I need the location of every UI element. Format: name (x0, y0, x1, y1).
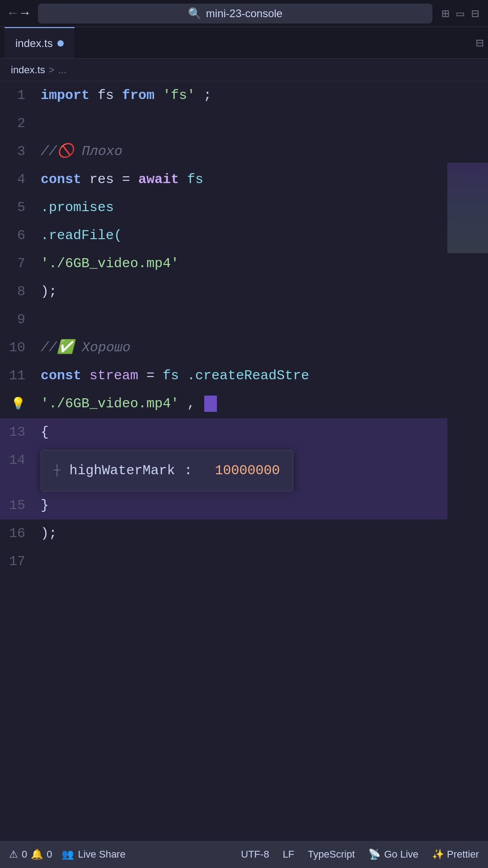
bulb-icon[interactable]: 💡 (11, 397, 25, 411)
go-live-icon: 📡 (368, 849, 380, 860)
line-content-13: { (36, 418, 447, 446)
line-content-5: .promises (36, 193, 447, 222)
status-right: UTF-8 LF TypeScript 📡 Go Live ✨ Prettier (241, 849, 479, 860)
language-item[interactable]: TypeScript (308, 849, 355, 860)
line-num-2: 2 (0, 109, 36, 137)
line-content-6: .readFile( (36, 222, 447, 250)
search-text: mini-23-console (206, 7, 282, 20)
layout-icon-2[interactable]: ▭ (456, 6, 464, 21)
code-line-6: 6 .readFile( (0, 222, 447, 250)
token: = (122, 172, 138, 187)
code-line-4: 4 const res = await fs (0, 165, 447, 193)
line-content-8: ); (36, 278, 447, 306)
layout-icon-1[interactable]: ⊞ (441, 6, 449, 21)
breadcrumb-ellipsis: ... (58, 64, 66, 76)
minimap-content (447, 163, 488, 253)
code-line-15: 15 } (0, 491, 447, 519)
editor-tab[interactable]: index.ts (5, 27, 75, 58)
code-line-17: 17 (0, 547, 447, 576)
code-line-10: 10 //✅ Хорошо (0, 334, 447, 362)
token: const (41, 368, 81, 383)
token: ); (41, 526, 57, 541)
token: { (41, 425, 49, 440)
tab-dirty-indicator (57, 40, 64, 47)
autocomplete-colon: : (184, 457, 192, 485)
tab-filename: index.ts (15, 37, 53, 50)
line-num-11: 11 (0, 362, 36, 390)
line-content-16: ); (36, 519, 447, 547)
token: fs (98, 88, 122, 103)
editor[interactable]: 1 import fs from 'fs' ; 2 3 //🚫 Плохо 4 (0, 81, 488, 841)
token: from (122, 88, 155, 103)
minimap (447, 163, 488, 253)
status-left: ⚠ 0 🔔 0 👥 Live Share (9, 849, 126, 860)
line-ending-item[interactable]: LF (283, 849, 295, 860)
go-live-button[interactable]: 📡 Go Live (368, 849, 418, 860)
autocomplete-key: highWaterMark (69, 457, 175, 485)
code-line-16: 16 ); (0, 519, 447, 547)
live-share-icon: 👥 (61, 849, 74, 860)
git-error-icon: ⚠ (9, 849, 18, 860)
line-num-6: 6 (0, 222, 36, 250)
code-line-3: 3 //🚫 Плохо (0, 137, 447, 165)
forward-arrow[interactable]: → (21, 6, 29, 20)
line-num-5: 5 (0, 193, 36, 222)
token: res (89, 172, 122, 187)
token: , (187, 396, 195, 411)
token: } (41, 498, 49, 513)
text-cursor (204, 396, 217, 412)
line-content-15: } (36, 491, 447, 519)
line-num-13: 13 (0, 418, 36, 446)
token: './6GB_video.mp4' (41, 256, 179, 271)
language-label: TypeScript (308, 849, 355, 860)
git-warnings-count: 0 (47, 849, 52, 860)
breadcrumb-separator: > (49, 64, 55, 76)
back-arrow[interactable]: ← (9, 6, 17, 20)
prettier-label: Prettier (447, 849, 479, 860)
layout-icon-3[interactable]: ⊟ (471, 6, 479, 21)
encoding-label: UTF-8 (241, 849, 269, 860)
prettier-button[interactable]: ✨ Prettier (432, 849, 479, 860)
code-line-5: 5 .promises (0, 193, 447, 222)
token: fs (187, 172, 203, 187)
line-content-14: ┼ highWaterMark : 10000000 (36, 446, 447, 491)
line-num-8: 8 (0, 278, 36, 306)
code-area: 1 import fs from 'fs' ; 2 3 //🚫 Плохо 4 (0, 81, 488, 576)
live-share-label: Live Share (78, 849, 126, 860)
token: await (138, 172, 179, 187)
code-line-8: 8 ); (0, 278, 447, 306)
git-errors-count: 0 (22, 849, 27, 860)
autocomplete-value: 10000000 (215, 457, 280, 485)
token: = (146, 368, 163, 383)
line-num-15: 15 (0, 491, 36, 519)
line-num-17: 17 (0, 547, 36, 576)
code-line-2: 2 (0, 109, 447, 137)
code-line-13: 13 { (0, 418, 447, 446)
token: //🚫 Плохо (41, 144, 122, 159)
line-num-14: 14 (0, 446, 36, 474)
token: .readFile( (41, 228, 122, 243)
title-bar: ← → 🔍 mini-23-console ⊞ ▭ ⊟ (0, 0, 488, 27)
git-warnings-icon: 🔔 (31, 849, 43, 860)
line-content-3: //🚫 Плохо (36, 137, 447, 165)
layout-icons: ⊞ ▭ ⊟ (441, 6, 479, 21)
search-bar[interactable]: 🔍 mini-23-console (38, 4, 433, 24)
tab-bar: index.ts ⊟ (0, 27, 488, 59)
code-line-7: 7 './6GB_video.mp4' (0, 250, 447, 278)
line-content-11: const stream = fs .createReadStre (36, 362, 447, 390)
token: ; (203, 88, 211, 103)
token: import (41, 88, 89, 103)
token: ); (41, 284, 57, 299)
line-num-7: 7 (0, 250, 36, 278)
line-content-10: //✅ Хорошо (36, 334, 447, 362)
code-line-9: 9 (0, 306, 447, 334)
line-num-9: 9 (0, 306, 36, 334)
status-git[interactable]: ⚠ 0 🔔 0 (9, 849, 52, 860)
editor-layout-icon[interactable]: ⊟ (476, 35, 483, 51)
token: .promises (41, 200, 114, 215)
line-content-7: './6GB_video.mp4' (36, 250, 447, 278)
token: './6GB_video.mp4' (41, 396, 179, 411)
status-live-share[interactable]: 👥 Live Share (61, 849, 126, 860)
token: 'fs' (163, 88, 195, 103)
encoding-item[interactable]: UTF-8 (241, 849, 269, 860)
